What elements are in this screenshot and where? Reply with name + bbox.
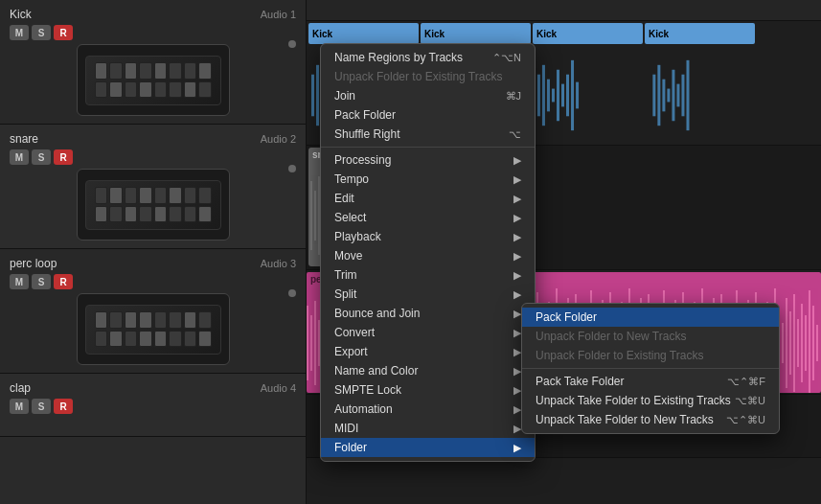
menu-item-tempo[interactable]: Tempo ▶ xyxy=(321,170,535,189)
track-item-snare: snare Audio 2 M S R xyxy=(0,125,306,249)
solo-button-clap[interactable]: S xyxy=(32,399,51,414)
track-type-perc: Audio 3 xyxy=(261,258,296,269)
drum-pad xyxy=(125,311,138,329)
arrow-icon: ▶ xyxy=(513,250,521,263)
track-name-snare: snare xyxy=(10,132,38,146)
solo-button-perc[interactable]: S xyxy=(32,274,51,289)
track-type-snare: Audio 2 xyxy=(261,133,296,145)
menu-item-bounce-join[interactable]: Bounce and Join ▶ xyxy=(321,304,535,323)
track-item-perc: perc loop Audio 3 M S R xyxy=(0,249,306,374)
arrow-icon: ▶ xyxy=(513,231,521,243)
menu-label: Unpack Folder to Existing Tracks xyxy=(334,70,502,83)
drum-pad xyxy=(95,311,108,329)
menu-item-midi[interactable]: MIDI ▶ xyxy=(321,419,535,438)
submenu-label: Pack Take Folder xyxy=(536,375,625,388)
menu-shortcut: ⌃⌥N xyxy=(492,52,521,64)
menu-label: Move xyxy=(334,249,362,263)
drum-pad xyxy=(154,81,168,99)
record-button-snare[interactable]: R xyxy=(54,149,73,165)
menu-item-name-regions[interactable]: Name Regions by Tracks ⌃⌥N xyxy=(321,48,535,67)
arrow-icon: ▶ xyxy=(513,327,521,339)
track-controls-clap: M S R xyxy=(10,399,296,414)
drum-pad xyxy=(139,62,152,80)
arrow-icon: ▶ xyxy=(513,384,521,397)
menu-item-edit[interactable]: Edit ▶ xyxy=(321,189,535,208)
mute-button-snare[interactable]: M xyxy=(10,149,29,165)
track-dot-perc xyxy=(288,289,296,297)
menu-item-pack-folder-top[interactable]: Pack Folder xyxy=(321,105,535,125)
solo-button-kick[interactable]: S xyxy=(32,25,51,40)
mute-button-clap[interactable]: M xyxy=(10,399,29,414)
menu-label: Shuffle Right xyxy=(334,127,400,141)
drum-machine-perc xyxy=(77,293,230,365)
drum-pad xyxy=(95,187,108,204)
submenu-item-unpack-take-existing[interactable]: Unpack Take Folder to Existing Tracks ⌥⌘… xyxy=(522,391,779,410)
record-button-clap[interactable]: R xyxy=(54,399,73,414)
record-button-perc[interactable]: R xyxy=(54,274,73,289)
menu-label: Edit xyxy=(334,192,354,205)
drum-pad xyxy=(198,311,212,329)
drum-pad xyxy=(109,62,123,80)
solo-button-snare[interactable]: S xyxy=(32,149,51,165)
menu-item-trim[interactable]: Trim ▶ xyxy=(321,265,535,285)
menu-item-name-color[interactable]: Name and Color ▶ xyxy=(321,361,535,380)
submenu-item-pack-take[interactable]: Pack Take Folder ⌥⌃⌘F xyxy=(522,372,779,391)
arrow-icon: ▶ xyxy=(513,346,521,358)
submenu-item-unpack-take-new[interactable]: Unpack Take Folder to New Tracks ⌥⌃⌘U xyxy=(522,410,779,429)
menu-item-folder[interactable]: Folder ▶ xyxy=(321,438,535,457)
drum-pad xyxy=(184,311,197,329)
drum-pads-kick xyxy=(91,58,216,102)
track-instrument-snare xyxy=(10,169,296,241)
mute-button-kick[interactable]: M xyxy=(10,25,29,40)
submenu-item-unpack-new: Unpack Folder to New Tracks xyxy=(522,327,779,346)
menu-item-export[interactable]: Export ▶ xyxy=(321,342,535,361)
arrow-icon: ▶ xyxy=(513,173,521,186)
menu-item-select[interactable]: Select ▶ xyxy=(321,208,535,227)
arrow-icon: ▶ xyxy=(513,423,521,435)
menu-label: Bounce and Join xyxy=(334,307,420,320)
mute-button-perc[interactable]: M xyxy=(10,274,29,289)
menu-item-split[interactable]: Split ▶ xyxy=(321,285,535,304)
menu-label: Automation xyxy=(334,402,393,416)
menu-label: MIDI xyxy=(334,422,358,435)
drum-pad xyxy=(109,311,123,329)
menu-label: Name and Color xyxy=(334,364,418,378)
submenu-label: Unpack Folder to Existing Tracks xyxy=(536,349,703,362)
track-name-perc: perc loop xyxy=(10,257,57,270)
drum-pad xyxy=(139,206,152,223)
menu-item-convert[interactable]: Convert ▶ xyxy=(321,323,535,342)
submenu-label: Unpack Take Folder to Existing Tracks xyxy=(536,394,731,407)
drum-machine-snare xyxy=(77,169,230,241)
track-controls-kick: M S R xyxy=(10,25,296,40)
track-controls-perc: M S R xyxy=(10,274,296,289)
track-type-kick: Audio 1 xyxy=(261,9,296,20)
menu-item-move[interactable]: Move ▶ xyxy=(321,246,535,265)
drum-machine-kick xyxy=(77,44,230,116)
menu-item-smpte[interactable]: SMPTE Lock ▶ xyxy=(321,380,535,400)
submenu-item-pack-folder[interactable]: Pack Folder xyxy=(522,308,779,327)
menu-item-automation[interactable]: Automation ▶ xyxy=(321,400,535,419)
menu-item-playback[interactable]: Playback ▶ xyxy=(321,227,535,246)
record-button-kick[interactable]: R xyxy=(54,25,73,40)
menu-label: Folder xyxy=(334,441,367,454)
track-instrument-kick xyxy=(10,44,296,116)
menu-item-processing[interactable]: Processing ▶ xyxy=(321,150,535,170)
folder-submenu: Pack Folder Unpack Folder to New Tracks … xyxy=(521,303,780,434)
drum-pad xyxy=(125,206,138,223)
arrow-icon: ▶ xyxy=(513,288,521,301)
drum-pad xyxy=(154,187,168,204)
arrow-icon: ▶ xyxy=(513,442,521,454)
drum-pad xyxy=(95,331,108,348)
drum-pad xyxy=(139,311,152,329)
drum-pad xyxy=(169,331,182,348)
submenu-separator xyxy=(522,368,779,369)
context-menu: Name Regions by Tracks ⌃⌥N Unpack Folder… xyxy=(320,43,536,462)
track-header-clap: clap Audio 4 xyxy=(10,381,296,395)
drum-pad xyxy=(169,311,182,329)
drum-pad xyxy=(184,81,197,99)
menu-item-join[interactable]: Join ⌘J xyxy=(321,86,535,105)
menu-label: Convert xyxy=(334,326,375,339)
menu-item-shuffle-right[interactable]: Shuffle Right ⌥ xyxy=(321,125,535,144)
drum-pad xyxy=(139,81,152,99)
submenu-shortcut: ⌥⌃⌘F xyxy=(727,376,765,388)
